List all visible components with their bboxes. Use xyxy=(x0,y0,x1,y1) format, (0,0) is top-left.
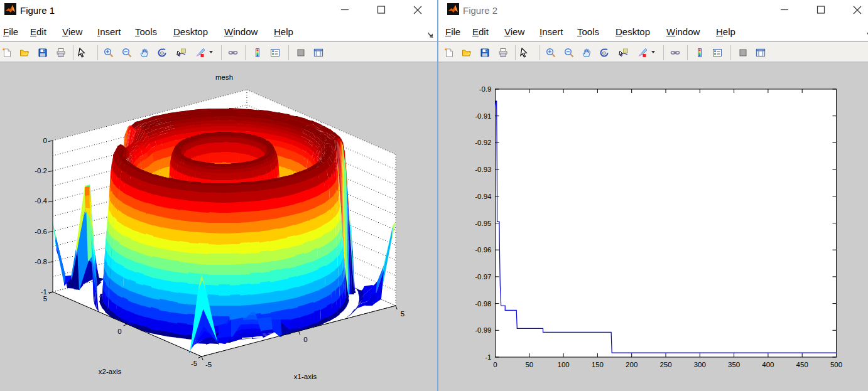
svg-text:500: 500 xyxy=(830,361,842,368)
svg-text:x2-axis: x2-axis xyxy=(99,368,122,375)
svg-text:5: 5 xyxy=(43,295,47,303)
svg-text:0: 0 xyxy=(493,361,497,368)
svg-text:x1-axis: x1-axis xyxy=(294,373,317,380)
svg-text:0: 0 xyxy=(303,336,307,343)
svg-text:-0.95: -0.95 xyxy=(475,220,491,227)
svg-text:0: 0 xyxy=(117,328,121,335)
svg-text:-0.94: -0.94 xyxy=(475,193,492,200)
svg-text:-5: -5 xyxy=(191,360,197,367)
svg-text:200: 200 xyxy=(626,361,637,368)
svg-text:150: 150 xyxy=(592,361,604,368)
svg-text:-0.99: -0.99 xyxy=(475,326,491,334)
svg-text:-1: -1 xyxy=(485,353,491,361)
svg-text:-5: -5 xyxy=(205,361,212,368)
svg-text:-0.93: -0.93 xyxy=(475,166,491,173)
svg-text:-0.98: -0.98 xyxy=(475,300,491,308)
svg-text:-0.97: -0.97 xyxy=(475,273,491,281)
svg-text:-0.92: -0.92 xyxy=(475,139,491,146)
svg-text:50: 50 xyxy=(525,361,533,368)
svg-text:300: 300 xyxy=(694,361,706,368)
svg-text:350: 350 xyxy=(728,361,740,368)
svg-text:250: 250 xyxy=(659,361,671,368)
svg-text:5: 5 xyxy=(401,310,404,318)
svg-text:-0.8: -0.8 xyxy=(35,258,47,265)
svg-text:-0.4: -0.4 xyxy=(35,197,47,205)
svg-text:-0.6: -0.6 xyxy=(35,228,47,235)
svg-text:-0.91: -0.91 xyxy=(475,112,491,120)
svg-text:-0.9: -0.9 xyxy=(479,85,492,93)
svg-text:-0.96: -0.96 xyxy=(475,246,491,254)
svg-text:400: 400 xyxy=(762,361,774,368)
svg-text:-0.2: -0.2 xyxy=(35,167,47,174)
svg-text:450: 450 xyxy=(796,361,808,368)
svg-text:100: 100 xyxy=(558,361,570,368)
svg-text:mesh: mesh xyxy=(215,73,233,81)
svg-text:0: 0 xyxy=(43,137,47,144)
